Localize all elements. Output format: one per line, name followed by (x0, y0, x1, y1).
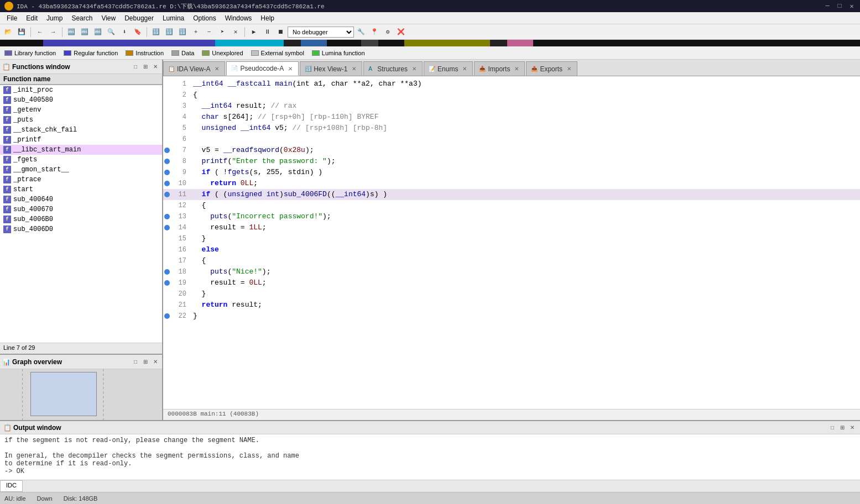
toolbar-btn-5[interactable]: ⬇ (118, 26, 131, 38)
menu-file[interactable]: File (2, 13, 22, 23)
tab-hex-view[interactable]: 🔢Hex View-1✕ (300, 61, 362, 76)
func-item[interactable]: fsub_400670 (0, 204, 162, 214)
graph-canvas[interactable] (0, 369, 162, 420)
tab-imports[interactable]: 📥Imports✕ (474, 61, 525, 76)
toolbar-fwd[interactable]: → (47, 26, 59, 38)
maximize-button[interactable]: □ (836, 2, 843, 10)
func-item[interactable]: f_puts (0, 115, 162, 125)
toolbar-btn-4[interactable]: 🔍 (105, 26, 117, 38)
menu-view[interactable]: View (97, 13, 120, 23)
func-item[interactable]: f__stack_chk_fail (0, 125, 162, 135)
toolbar-dbg3[interactable]: ⚙ (382, 26, 394, 38)
functions-list[interactable]: f_init_procfsub_400580f_getenvf_putsf__s… (0, 85, 162, 343)
menu-help[interactable]: Help (256, 13, 279, 23)
func-item[interactable]: fsub_4006B0 (0, 214, 162, 224)
toolbar-back[interactable]: ← (34, 26, 46, 38)
func-item[interactable]: fsub_400640 (0, 195, 162, 204)
panel-restore-btn[interactable]: ⊞ (141, 62, 150, 71)
menu-jump[interactable]: Jump (42, 13, 67, 23)
code-line-2[interactable]: 2{ (163, 90, 860, 101)
code-line-21[interactable]: 21 return result; (163, 300, 860, 311)
menu-windows[interactable]: Windows (221, 13, 257, 23)
minimize-button[interactable]: — (823, 2, 831, 10)
code-line-6[interactable]: 6 (163, 134, 860, 145)
func-item[interactable]: fsub_4006D0 (0, 224, 162, 234)
code-line-10[interactable]: 10 return 0LL; (163, 178, 860, 189)
tab-close-ida-view[interactable]: ✕ (213, 66, 220, 72)
toolbar-save[interactable]: 💾 (15, 26, 28, 38)
code-line-14[interactable]: 14 result = 1LL; (163, 222, 860, 233)
tab-pseudocode[interactable]: 📄Pseudocode-A✕ (226, 61, 299, 76)
tab-close-exports[interactable]: ✕ (566, 66, 572, 72)
code-line-12[interactable]: 12 { (163, 200, 860, 211)
close-button[interactable]: ✕ (848, 2, 856, 10)
code-line-13[interactable]: 13 puts("Incorrect password!"); (163, 211, 860, 222)
toolbar-btn-6[interactable]: 🔖 (132, 26, 144, 38)
code-line-9[interactable]: 9 if ( !fgets(s, 255, stdin) ) (163, 167, 860, 178)
code-line-5[interactable]: 5 unsigned __int64 v5; // [rsp+108h] [rb… (163, 123, 860, 134)
tab-close-hex-view[interactable]: ✕ (351, 66, 357, 72)
func-item[interactable]: f__gmon_start__ (0, 165, 162, 175)
code-line-18[interactable]: 18 puts("Nice!"); (163, 266, 860, 277)
menu-search[interactable]: Search (67, 13, 97, 23)
tab-ida-view[interactable]: 📋IDA View-A✕ (163, 61, 225, 76)
toolbar-play[interactable]: ▶ (248, 26, 260, 38)
code-line-3[interactable]: 3 __int64 result; // rax (163, 101, 860, 112)
menu-debugger[interactable]: Debugger (120, 13, 158, 23)
debugger-select[interactable]: No debugger (288, 27, 354, 38)
func-item[interactable]: fsub_400580 (0, 95, 162, 105)
toolbar-dbg4[interactable]: ❌ (395, 26, 407, 38)
output-min-btn[interactable]: □ (828, 423, 837, 432)
func-item[interactable]: fstart (0, 185, 162, 195)
menu-options[interactable]: Options (189, 13, 220, 23)
code-line-4[interactable]: 4 char s[264]; // [rsp+0h] [rbp-110h] BY… (163, 112, 860, 123)
toolbar-arrow[interactable]: ➤ (216, 26, 228, 38)
toolbar-btn-2[interactable]: 🔤 (79, 26, 91, 38)
code-line-11[interactable]: 11 if ( (unsigned int)sub_4006FD((__int6… (163, 189, 860, 200)
output-restore-btn[interactable]: ⊞ (838, 423, 847, 432)
output-tab-idc[interactable]: IDC (0, 480, 23, 492)
code-line-20[interactable]: 20 } (163, 288, 860, 300)
graph-min-btn[interactable]: □ (131, 358, 140, 366)
toolbar-minus[interactable]: − (203, 26, 215, 38)
toolbar-stop[interactable]: ⏹ (274, 26, 286, 38)
code-line-17[interactable]: 17 { (163, 255, 860, 266)
code-area[interactable]: 1__int64 __fastcall main(int a1, char **… (163, 76, 860, 409)
toolbar-btn-3[interactable]: 🔤 (92, 26, 104, 38)
toolbar-hex2[interactable]: 🔢 (163, 26, 175, 38)
func-item[interactable]: f_printf (0, 135, 162, 145)
tab-exports[interactable]: 📤Exports✕ (526, 61, 577, 76)
func-item[interactable]: f_ptrace (0, 175, 162, 185)
code-line-7[interactable]: 7 v5 = __readfsqword(0x28u); (163, 145, 860, 156)
tab-close-pseudocode[interactable]: ✕ (287, 65, 294, 72)
toolbar-hex1[interactable]: 🔢 (150, 26, 162, 38)
code-line-16[interactable]: 16 else (163, 244, 860, 255)
panel-close-btn[interactable]: ✕ (151, 62, 160, 71)
menu-lumina[interactable]: Lumina (158, 13, 189, 23)
code-line-22[interactable]: 22} (163, 311, 860, 322)
tab-close-enums[interactable]: ✕ (461, 66, 468, 72)
func-item[interactable]: f_getenv (0, 105, 162, 115)
toolbar-pause[interactable]: ⏸ (261, 26, 273, 38)
func-item[interactable]: f_fgets (0, 155, 162, 165)
func-item[interactable]: f__libc_start_main (0, 145, 162, 155)
toolbar-dbg1[interactable]: 🔧 (355, 26, 367, 38)
code-line-1[interactable]: 1__int64 __fastcall main(int a1, char **… (163, 78, 860, 90)
code-line-8[interactable]: 8 printf("Enter the password: "); (163, 156, 860, 167)
panel-min-btn[interactable]: □ (131, 62, 140, 71)
toolbar-btn-1[interactable]: 🔤 (65, 26, 77, 38)
tab-structures[interactable]: AStructures✕ (363, 61, 423, 76)
toolbar-dbg2[interactable]: 📍 (368, 26, 381, 38)
toolbar-hex3[interactable]: 🔢 (176, 26, 189, 38)
func-item[interactable]: f_init_proc (0, 85, 162, 95)
toolbar-x[interactable]: ✕ (230, 26, 242, 38)
menu-edit[interactable]: Edit (22, 13, 42, 23)
graph-restore-btn[interactable]: ⊞ (141, 358, 150, 366)
toolbar-open[interactable]: 📂 (2, 26, 14, 38)
toolbar-plus[interactable]: + (190, 26, 202, 38)
code-line-19[interactable]: 19 result = 0LL; (163, 277, 860, 288)
tab-close-structures[interactable]: ✕ (411, 66, 418, 72)
tab-close-imports[interactable]: ✕ (513, 66, 520, 72)
graph-close-btn[interactable]: ✕ (151, 358, 160, 366)
code-line-15[interactable]: 15 } (163, 233, 860, 244)
